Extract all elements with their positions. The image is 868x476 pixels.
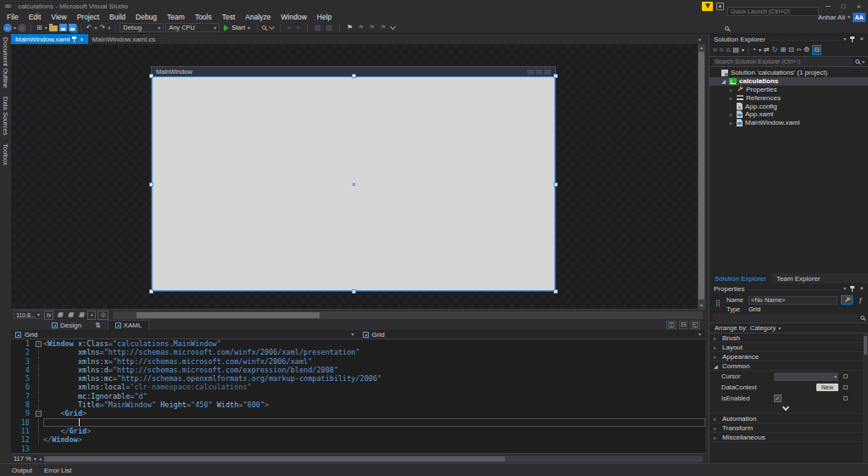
preview-selected-items-icon[interactable]: ⊟ — [812, 45, 821, 55]
scrollbar-thumb[interactable] — [136, 312, 320, 318]
swap-panes-icon[interactable]: ⇅ — [95, 322, 101, 329]
expander-collapsed-icon[interactable]: ▹ — [714, 335, 719, 341]
open-file-icon[interactable] — [49, 25, 58, 31]
section-transform[interactable]: ▹Transform — [709, 423, 862, 433]
expander-collapsed-icon[interactable]: ▹ — [714, 425, 719, 431]
properties-window-icon[interactable]: ⚙ — [804, 47, 810, 53]
expander-collapsed-icon[interactable]: ▹ — [714, 354, 719, 360]
code-line-8[interactable]: 8 Title="MainWindow" Height="450" Width=… — [11, 400, 705, 409]
designer-horizontal-scrollbar[interactable] — [114, 311, 703, 319]
menu-item-edit[interactable]: Edit — [24, 12, 47, 22]
disable-project-code-icon[interactable]: ◎ — [97, 311, 108, 320]
code-line-9[interactable]: 9- <Grid> — [11, 409, 705, 417]
switch-views-icon[interactable]: ▤ — [733, 47, 740, 53]
expander-collapsed-icon[interactable]: ▹ — [714, 344, 719, 350]
section-common[interactable]: ◢Common — [709, 361, 862, 371]
clear-bookmarks-icon[interactable]: ⚑ — [380, 25, 387, 31]
close-icon[interactable]: × — [860, 36, 864, 42]
property-marker[interactable] — [843, 385, 848, 389]
menu-item-project[interactable]: Project — [72, 12, 104, 22]
editor-zoom-dropdown-icon[interactable]: ▾ — [34, 456, 36, 462]
pending-changes-filter-icon[interactable]: ◔ — [752, 47, 756, 53]
nest-related-files-icon[interactable]: ⊞ — [780, 47, 786, 53]
undo-dropdown-icon[interactable]: ▾ — [94, 25, 97, 31]
switch-views-dropdown-icon[interactable]: ▾ — [742, 48, 744, 53]
breadcrumb-member-dropdown[interactable]: Grid ▾ — [359, 330, 706, 339]
split-vertical-icon[interactable]: ◫ — [666, 321, 676, 329]
notifications-icon[interactable] — [702, 2, 713, 11]
code-line-4[interactable]: 4 xmlns:d="http://schemas.microsoft.com/… — [11, 366, 705, 374]
window-position-dropdown-icon[interactable]: ▾ — [843, 286, 846, 291]
doc-tab-mainwindow-xaml-cs[interactable]: MainWindow.xaml.cs — [88, 34, 160, 44]
element-name-input[interactable] — [748, 296, 837, 305]
xaml-editor[interactable]: 1-<Window x:Class="calculations.MainWind… — [11, 339, 705, 453]
scrollbar-thumb[interactable] — [864, 336, 867, 355]
split-horizontal-icon[interactable]: ⊟ — [679, 321, 688, 329]
expander-collapsed-icon[interactable]: ▹ — [728, 95, 734, 101]
comment-selection-icon[interactable]: ▧ — [314, 25, 322, 31]
document-list-dropdown-icon[interactable]: ▾ — [698, 37, 701, 42]
resize-handle-top-right[interactable] — [554, 74, 558, 78]
code-line-7[interactable]: 7 mc:Ignorable="d" — [11, 392, 705, 400]
solution-explorer-header[interactable]: Solution Explorer ▾ × — [709, 34, 868, 44]
menu-item-view[interactable]: View — [46, 12, 71, 22]
feedback-icon[interactable] — [716, 3, 724, 10]
bottom-tab-output[interactable]: Output — [12, 467, 32, 474]
resize-handle-bottom[interactable] — [352, 289, 356, 294]
snaplines-toggle-icon[interactable]: + — [87, 311, 96, 320]
navigate-forward-button[interactable]: → — [18, 24, 26, 32]
sync-with-active-document-icon[interactable]: ⇄ — [764, 47, 770, 53]
bottom-tab-error-list[interactable]: Error List — [44, 467, 71, 474]
code-line-1[interactable]: 1-<Window x:Class="calculations.MainWind… — [11, 339, 705, 348]
show-grid-icon[interactable]: ▦ — [55, 311, 64, 320]
resize-handle-bottom-right[interactable] — [554, 289, 558, 294]
save-icon[interactable] — [59, 24, 67, 31]
close-icon[interactable]: × — [80, 36, 83, 42]
start-debug-button[interactable]: Start ▾ — [221, 24, 253, 31]
code-line-6[interactable]: 6 xmlns:local="clr-namespace:calculation… — [11, 383, 705, 391]
pin-icon[interactable] — [850, 36, 855, 42]
section-miscellaneous[interactable]: ▹Miscellaneous — [709, 433, 862, 442]
view-code-icon[interactable]: ‹› — [797, 47, 801, 53]
search-options-dropdown-icon[interactable]: ▾ — [862, 59, 865, 64]
section-automation[interactable]: ▹Automation — [709, 414, 862, 423]
menu-item-help[interactable]: Help — [312, 12, 337, 22]
menu-item-window[interactable]: Window — [276, 12, 312, 22]
section-layout[interactable]: ▹Layout — [709, 343, 862, 352]
filter-dropdown-icon[interactable]: ▾ — [759, 48, 761, 53]
tab-design[interactable]: Design — [45, 321, 88, 330]
navigate-forward-icon[interactable]: ○ — [720, 47, 724, 53]
scrollbar-thumb[interactable] — [698, 52, 704, 300]
redo-dropdown-icon[interactable]: ▾ — [108, 25, 110, 31]
tree-item-app-config[interactable]: App.config — [709, 102, 868, 110]
rail-tab-document-outline[interactable]: Document Outline — [2, 37, 9, 88]
expander-expanded-icon[interactable]: ◢ — [714, 363, 719, 369]
tree-item-solution-calculations-1-project[interactable]: Solution 'calculations' (1 project) — [709, 69, 868, 77]
tab-solution-explorer[interactable]: Solution Explorer — [709, 273, 771, 283]
event-handlers-button[interactable]: ƒ — [856, 295, 865, 305]
title-bar[interactable]: ∞ calculations - Microsoft Visual Studio… — [0, 0, 868, 12]
new-button[interactable]: New — [816, 384, 838, 391]
snap-to-grid-icon[interactable]: ▦ — [66, 311, 75, 320]
bookmarks-overflow-icon[interactable] — [390, 24, 396, 30]
navigate-back-button[interactable]: ← — [3, 24, 12, 32]
section-appearance[interactable]: ▹Appearance — [709, 352, 862, 361]
user-dropdown-icon[interactable]: ▾ — [848, 14, 850, 20]
scroll-down-icon[interactable]: ▾ — [698, 302, 705, 309]
minimize-button[interactable]: ─ — [822, 2, 834, 11]
quick-launch-input[interactable] — [727, 7, 819, 16]
scrollbar-thumb[interactable] — [44, 456, 505, 462]
uncomment-selection-icon[interactable]: ▨ — [326, 25, 334, 31]
code-line-12[interactable]: 12</Window> — [11, 435, 705, 444]
find-in-files-icon[interactable] — [262, 25, 266, 30]
menu-item-analyze[interactable]: Analyze — [240, 12, 275, 22]
design-surface[interactable]: MainWindow ▴ — [11, 44, 705, 309]
bookmark-icon[interactable]: ⚑ — [346, 25, 353, 31]
tree-item-calculations[interactable]: ◢calculations — [709, 77, 868, 86]
tab-xaml[interactable]: XAML — [108, 320, 150, 331]
doc-tab-mainwindow-xaml[interactable]: MainWindow.xaml× — [11, 34, 88, 44]
tree-item-app-xaml[interactable]: ▹App.xaml — [709, 110, 868, 119]
new-project-icon[interactable]: ⊞ — [36, 25, 43, 31]
refresh-icon[interactable]: ↻ — [772, 47, 778, 53]
home-icon[interactable]: ⌂ — [726, 47, 731, 53]
